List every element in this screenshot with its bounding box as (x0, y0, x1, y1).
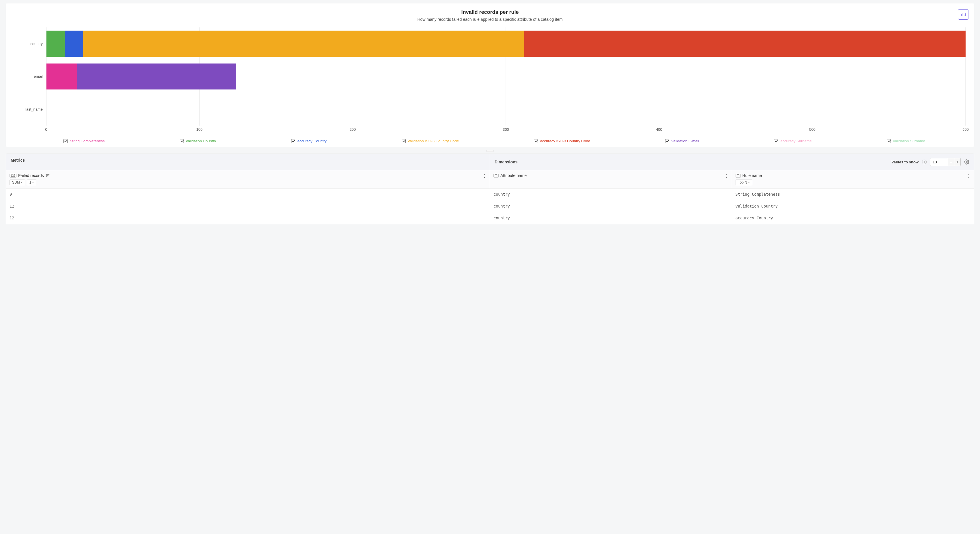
x-axis-tick: 200 (350, 127, 356, 132)
x-axis-tick: 600 (963, 127, 969, 132)
legend-checkbox[interactable] (402, 139, 406, 143)
bar-segment[interactable] (65, 30, 83, 57)
legend-checkbox[interactable] (291, 139, 295, 143)
bar-segment[interactable] (83, 30, 524, 57)
resize-handle[interactable] (486, 150, 494, 152)
bar-stack[interactable] (46, 30, 966, 57)
legend-label: accuracy Country (298, 139, 327, 143)
table-row[interactable]: 12countryvalidation Country (6, 200, 974, 212)
legend-checkbox[interactable] (665, 139, 669, 143)
rule-column-name: Rule name (743, 173, 762, 178)
legend-checkbox[interactable] (534, 139, 538, 143)
legend-label: validation ISO-3 Country Code (408, 139, 459, 143)
attr-column-name: Attribute name (500, 173, 527, 178)
legend-item[interactable]: String Completeness (62, 138, 107, 144)
dimensions-header: Dimensions (495, 159, 517, 164)
bar-chart-icon (961, 12, 966, 17)
legend-item[interactable]: validation E-mail (663, 138, 701, 144)
y-axis-label: email (14, 60, 46, 92)
x-axis-tick: 400 (656, 127, 662, 132)
bar-segment[interactable] (77, 64, 236, 90)
chart-legend: String Completenessvalidation Countryacc… (26, 138, 963, 144)
metrics-header: Metrics (6, 154, 490, 170)
table-row[interactable]: 0countryString Completeness (6, 188, 974, 200)
chart-area: countryemaillast_name (14, 27, 966, 126)
chart-card: Invalid records per rule How many record… (6, 3, 974, 147)
table-cell: String Completeness (732, 188, 974, 200)
legend-label: accuracy ISO-3 Country Code (540, 139, 590, 143)
values-to-show-input[interactable] (931, 158, 948, 166)
x-axis-tick: 0 (45, 127, 47, 132)
legend-label: validation E-mail (671, 139, 699, 143)
legend-label: validation Surname (893, 139, 925, 143)
legend-checkbox[interactable] (887, 139, 891, 143)
table-cell: 12 (6, 200, 490, 212)
x-axis-tick: 500 (809, 127, 816, 132)
x-axis-tick: 300 (503, 127, 509, 132)
attr-menu-icon[interactable]: ⋮ (724, 174, 729, 179)
table-cell: 12 (6, 212, 490, 224)
bar-stack[interactable] (46, 64, 966, 90)
table-cell: 0 (6, 188, 490, 200)
stepper-plus[interactable]: + (954, 158, 960, 166)
x-axis: 0100200300400500600 (46, 127, 966, 133)
data-panel: Metrics Dimensions Values to show i − + … (6, 153, 974, 224)
bar-segment[interactable] (46, 30, 65, 57)
legend-checkbox[interactable] (774, 139, 778, 143)
chart-type-button[interactable] (958, 9, 969, 20)
legend-checkbox[interactable] (64, 139, 67, 143)
metric-menu-icon[interactable]: ⋮ (482, 174, 487, 179)
legend-item[interactable]: accuracy Country (290, 138, 328, 144)
table-cell: country (490, 188, 732, 200)
sort-icon[interactable] (46, 174, 49, 177)
bar-segment[interactable] (46, 64, 77, 90)
stepper-minus[interactable]: − (948, 158, 954, 166)
legend-item[interactable]: accuracy Surname (772, 138, 813, 144)
type-badge-numeric: 123 (10, 174, 16, 177)
legend-label: accuracy Surname (780, 139, 811, 143)
legend-checkbox[interactable] (180, 139, 184, 143)
rule-menu-icon[interactable]: ⋮ (966, 174, 971, 179)
gear-icon[interactable] (964, 159, 969, 164)
chart-subtitle: How many records failed each rule applie… (14, 17, 966, 22)
table-cell: country (490, 200, 732, 212)
legend-label: validation Country (186, 139, 216, 143)
metric-column-name: Failed records (18, 173, 44, 178)
chart-title: Invalid records per rule (14, 9, 966, 15)
bar-stack[interactable] (46, 96, 966, 123)
x-axis-tick: 100 (196, 127, 202, 132)
metric-number-pill[interactable]: 1▾ (27, 180, 37, 185)
rule-filter-pill[interactable]: Top N▾ (736, 180, 752, 185)
table-cell: accuracy Country (732, 212, 974, 224)
y-axis-label: country (14, 27, 46, 60)
values-to-show-label: Values to show (891, 160, 918, 164)
legend-label: String Completeness (70, 139, 105, 143)
type-badge-text: T (736, 174, 741, 177)
type-badge-text: T (493, 174, 499, 177)
table-cell: validation Country (732, 200, 974, 212)
info-icon[interactable]: i (922, 159, 927, 164)
aggregation-pill[interactable]: SUM▾ (10, 180, 25, 185)
legend-item[interactable]: accuracy ISO-3 Country Code (532, 138, 592, 144)
values-to-show-stepper[interactable]: − + (930, 158, 961, 166)
svg-point-4 (966, 161, 967, 163)
table-row[interactable]: 12countryaccuracy Country (6, 212, 974, 224)
y-axis-label: last_name (14, 93, 46, 126)
legend-item[interactable]: validation Country (178, 138, 218, 144)
table-cell: country (490, 212, 732, 224)
legend-item[interactable]: validation Surname (885, 138, 927, 144)
legend-item[interactable]: validation ISO-3 Country Code (400, 138, 461, 144)
bar-segment[interactable] (524, 30, 966, 57)
